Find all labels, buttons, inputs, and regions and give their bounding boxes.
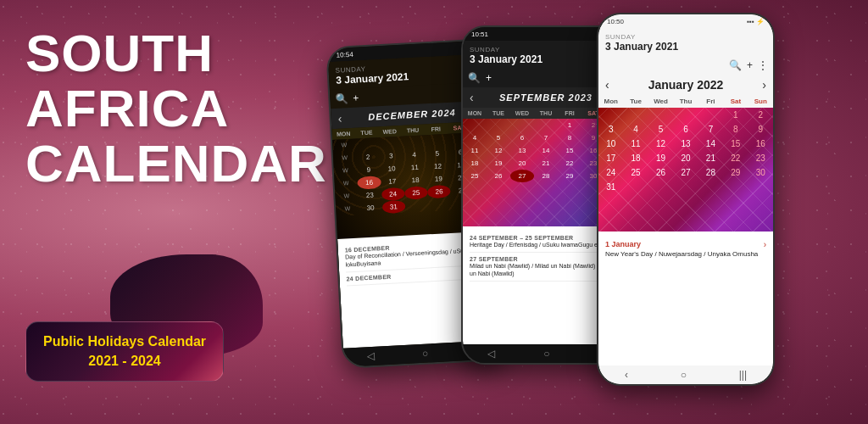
prev-month-3[interactable]: ‹ [605,78,609,92]
search-icon-3[interactable]: 🔍 [729,59,742,71]
nav-back-3[interactable]: ‹ [625,369,628,381]
nav-recents-3[interactable]: ||| [739,369,747,381]
next-month-3[interactable]: › [762,78,766,92]
subtitle-container: Public Holidays Calendar 2021 - 2024 [25,321,224,382]
event-list-3: 1 January New Year's Day / Nuwejaarsdag … [598,232,773,365]
prev-month-2[interactable]: ‹ [470,91,474,104]
month-nav-3: ‹ January 2022 › [598,75,773,95]
subtitle: Public Holidays Calendar 2021 - 2024 [43,332,206,371]
status-bar-3: 10:50 ▪▪▪ ⚡ [598,14,773,28]
nav-home-2[interactable]: ○ [543,348,549,360]
event-arrow-3[interactable]: › [764,240,766,249]
search-icon-2[interactable]: 🔍 [468,72,481,84]
cal-grid-3: 1 2 3 4 5 6 7 8 9 10 11 12 13 14 15 16 [598,108,773,232]
app-title: SOUTH AFRICA CALENDAR [25,25,327,191]
search-icon-1[interactable]: 🔍 [335,92,348,105]
nav-back-1[interactable]: ◁ [367,350,376,362]
add-icon-1[interactable]: + [353,92,359,103]
nav-home-3[interactable]: ○ [681,369,687,381]
add-icon-3[interactable]: + [747,59,753,71]
days-header-3: Mon Tue Wed Thu Fri Sat Sun [598,95,773,108]
add-icon-2[interactable]: + [486,72,492,84]
prev-month-1[interactable]: ‹ [337,111,342,125]
nav-back-2[interactable]: ◁ [487,348,495,360]
phones-container: 10:54 ▪▪▪ SUNDAY 3 January 2021 🔍 + ‹ [292,0,868,424]
left-section: SOUTH AFRICA CALENDAR [25,25,327,191]
event-item-3: 1 January New Year's Day / Nuwejaarsdag … [605,237,766,262]
phone-january-2022: 10:50 ▪▪▪ ⚡ Sunday 3 January 2021 🔍 + ⋮ … [597,13,775,386]
bottom-nav-3: ‹ ○ ||| [598,365,773,384]
cal-header-3: Sunday 3 January 2021 [598,28,773,56]
nav-bar-3: 🔍 + ⋮ [598,56,773,75]
menu-icon-3[interactable]: ⋮ [758,59,768,71]
nav-home-1[interactable]: ○ [422,348,429,360]
